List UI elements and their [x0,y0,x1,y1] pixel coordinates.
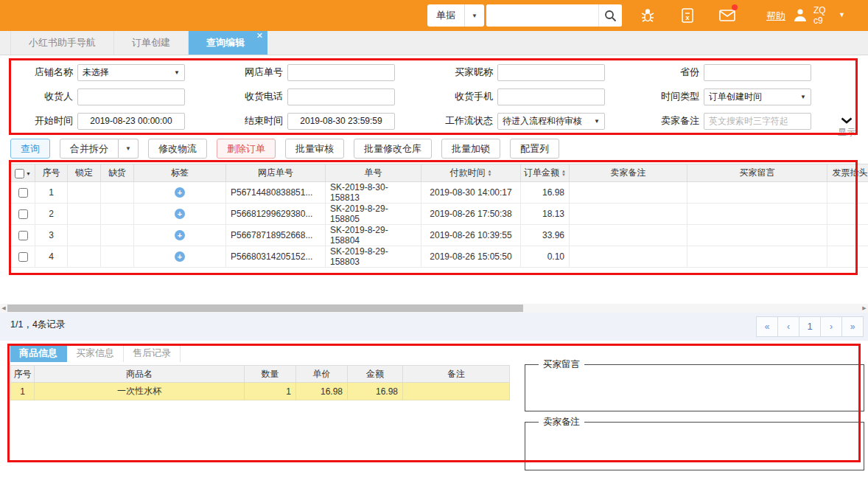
last-page-button[interactable]: » [841,316,864,337]
select-all-checkbox[interactable] [15,169,24,178]
export-excel-button[interactable]: x [678,7,697,24]
bug-report-button[interactable] [638,7,657,24]
scrollbar-thumb[interactable] [7,305,523,312]
seller-note-input[interactable] [704,113,811,130]
horizontal-scrollbar[interactable]: ◀ ▶ [0,304,868,313]
receiver-input[interactable] [77,88,185,105]
row-checkbox[interactable] [18,231,28,240]
shop-order-input[interactable] [287,64,395,81]
page-number-button[interactable]: 1 [799,316,821,337]
table-row[interactable]: 4 P56680314205152... SK-2019-8-29-158803… [11,246,868,268]
batch-warehouse-button[interactable]: 批量修改仓库 [354,139,432,159]
modify-logistics-button[interactable]: 修改物流 [148,139,207,159]
doc-type-caret-button[interactable]: ▼ [464,4,484,27]
workflow-value: 待进入流程和待审核 [503,115,582,128]
cell-amount: 18.13 [521,204,570,225]
scroll-right-icon[interactable]: ▶ [861,304,868,313]
search-input[interactable] [486,4,598,27]
tab-query-edit[interactable]: 查询编辑 ✕ [189,31,267,55]
col-pay-time[interactable]: 付款时间▲▼ [421,164,521,182]
detail-tabbar: 商品信息 买家信息 售后记录 [10,344,181,362]
product-row[interactable]: 1 一次性水杯 1 16.98 16.98 [11,383,510,400]
first-page-button[interactable]: « [756,316,778,337]
add-tag-icon[interactable] [175,209,185,219]
table-row[interactable]: 2 P56681299629380... SK-2019-8-29-158805… [11,204,868,225]
global-search: 单据 ▼ [427,4,622,27]
envelope-icon [719,10,735,21]
doc-type-button[interactable]: 单据 [427,4,464,27]
col-invoice: 发票抬头 [827,164,868,182]
record-count-status: 1/1，4条记录 [10,319,65,331]
pcol-qty: 数量 [245,366,296,383]
batch-audit-button[interactable]: 批量审核 [285,139,344,159]
workflow-select[interactable]: 待进入流程和待审核▼ [497,113,605,130]
chevron-down-icon [841,117,853,124]
cell-shop-order: P56681299629380... [226,204,326,225]
tab-xiaohongshu-nav[interactable]: 小红书助手导航 [10,31,114,55]
user-avatar-button[interactable] [793,7,808,24]
filter-panel: 店铺名称 未选择▼ 网店单号 买家昵称 省份 收货人 收货电话 收货手机 时间类… [0,55,868,138]
select-all-cell[interactable]: ▼ [11,164,35,182]
table-row[interactable]: 3 P56678718952668... SK-2019-8-29-158804… [11,225,868,246]
excel-file-icon: x [680,7,695,24]
col-amount-label: 订单金额 [524,167,559,179]
batch-lock-button[interactable]: 批量加锁 [441,139,500,159]
add-tag-icon[interactable] [175,187,185,198]
add-tag-icon[interactable] [175,230,185,240]
pcol-amount: 金额 [348,366,403,383]
province-input[interactable] [704,64,811,81]
tab-product-info[interactable]: 商品信息 [10,344,67,362]
merge-split-button[interactable]: 合并拆分 [60,139,119,159]
search-button[interactable] [598,4,622,27]
svg-text:x: x [685,14,689,21]
user-menu-caret-icon[interactable]: ▼ [839,11,845,18]
caret-down-icon: ▼ [594,118,600,125]
pcol-price: 单价 [296,366,348,383]
col-pay-time-label: 付款时间 [450,167,486,179]
close-tab-icon[interactable]: ✕ [256,32,263,40]
time-type-select[interactable]: 订单创建时间▼ [704,88,811,105]
mobile-input[interactable] [497,88,605,105]
row-checkbox[interactable] [18,209,28,219]
col-amount[interactable]: 订单金额▲▼ [521,164,570,182]
add-tag-icon[interactable] [175,251,185,262]
config-columns-button[interactable]: 配置列 [510,139,559,159]
row-checkbox[interactable] [18,252,28,262]
caret-down-icon: ▼ [125,145,131,152]
pagination-bar: 1/1，4条记录 « ‹ 1 › » [0,313,868,341]
cell-shop-order: P56714480838851... [226,182,326,204]
end-time-input[interactable] [287,113,395,130]
pcell-price: 16.98 [296,383,348,400]
tab-order-create[interactable]: 订单创建 [114,31,189,55]
username[interactable]: ZQ c9 [813,5,826,26]
product-table: 序号 商品名 数量 单价 金额 备注 1 一次性水杯 1 16.98 16.98 [10,365,510,400]
product-header-row: 序号 商品名 数量 单价 金额 备注 [11,366,510,383]
merge-split-caret-button[interactable]: ▼ [119,139,139,159]
show-more-toggle[interactable]: 显示 [833,116,861,139]
orders-table-container: ▼ 序号 锁定 缺货 标签 网店单号 单号 付款时间▲▼ 订单金额▲▼ 卖家备注… [10,164,868,268]
query-button[interactable]: 查询 [10,139,50,159]
pcol-seq: 序号 [11,366,35,383]
messages-button[interactable] [718,7,737,24]
tab-buyer-info[interactable]: 买家信息 [67,344,124,362]
col-seq: 序号 [35,164,68,182]
buyer-nick-input[interactable] [497,64,605,81]
table-row[interactable]: 1 P56714480838851... SK-2019-8-30-158813… [11,182,868,204]
row-checkbox[interactable] [18,188,28,198]
province-label: 省份 [635,66,704,79]
prev-page-button[interactable]: ‹ [777,316,799,337]
product-table-container: 序号 商品名 数量 单价 金额 备注 1 一次性水杯 1 16.98 16.98 [10,365,510,400]
mobile-label: 收货手机 [426,90,497,103]
scroll-left-icon[interactable]: ◀ [0,304,7,313]
shop-name-select[interactable]: 未选择▼ [77,64,185,81]
delete-order-button[interactable]: 删除订单 [217,139,276,159]
seller-note-legend: 卖家备注 [539,416,584,428]
buyer-nick-label: 买家昵称 [426,66,497,79]
next-page-button[interactable]: › [820,316,842,337]
phone-input[interactable] [287,88,395,105]
cell-order-no: SK-2019-8-29-158805 [326,204,421,225]
help-link[interactable]: 帮助 [766,10,785,23]
tab-query-edit-label: 查询编辑 [206,37,245,48]
tab-aftersale-records[interactable]: 售后记录 [124,344,181,362]
start-time-input[interactable] [77,113,185,130]
